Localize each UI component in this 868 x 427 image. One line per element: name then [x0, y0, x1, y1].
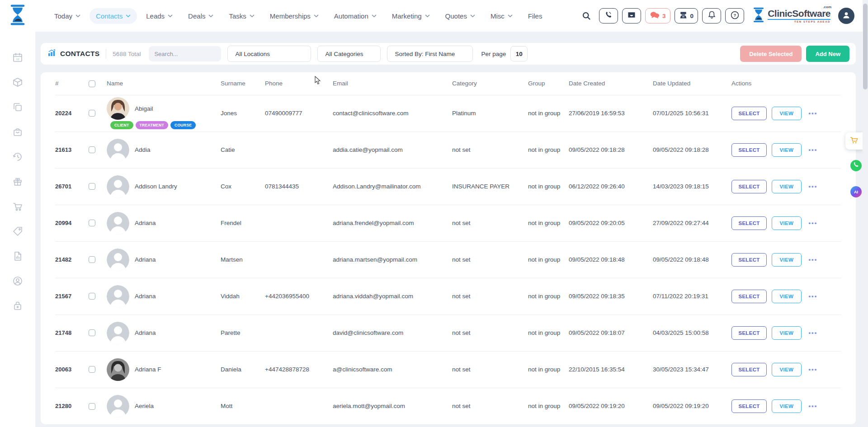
- nav-item-deals[interactable]: Deals: [182, 8, 220, 24]
- ai-assistant-button[interactable]: AI: [850, 186, 862, 197]
- row-checkbox[interactable]: [89, 110, 95, 117]
- more-actions-button[interactable]: •••: [809, 366, 818, 373]
- locations-filter[interactable]: All Locations: [227, 46, 311, 62]
- nav-item-tasks[interactable]: Tasks: [222, 8, 260, 24]
- bag-icon[interactable]: [12, 126, 24, 138]
- row-checkbox[interactable]: [89, 220, 95, 226]
- cart-icon[interactable]: [12, 201, 24, 212]
- contact-date-created: 09/05/2022 09:20:05: [569, 205, 653, 241]
- contact-name[interactable]: Adriana: [135, 329, 156, 336]
- user-menu-button[interactable]: [838, 8, 854, 24]
- nav-item-leads[interactable]: Leads: [140, 8, 179, 24]
- more-actions-button[interactable]: •••: [809, 403, 818, 409]
- pos-button[interactable]: 0: [675, 8, 698, 23]
- select-button[interactable]: SELECT: [731, 326, 767, 340]
- floating-cart-button[interactable]: [845, 132, 863, 150]
- notifications-button[interactable]: [702, 8, 721, 23]
- copy-icon[interactable]: [12, 101, 24, 113]
- nav-item-memberships[interactable]: Memberships: [264, 8, 325, 24]
- report-icon[interactable]: [12, 250, 24, 262]
- history-icon[interactable]: [12, 151, 24, 163]
- gift-icon[interactable]: [12, 176, 24, 188]
- more-actions-button[interactable]: •••: [809, 256, 818, 263]
- badge-treatment[interactable]: TREATMENT: [136, 121, 168, 129]
- package-icon[interactable]: [12, 76, 24, 88]
- select-button[interactable]: SELECT: [731, 253, 767, 267]
- view-button[interactable]: VIEW: [772, 326, 802, 340]
- more-actions-button[interactable]: •••: [809, 146, 818, 153]
- calendar-icon[interactable]: 12: [12, 52, 24, 63]
- per-page-value[interactable]: 10: [510, 46, 528, 61]
- select-button[interactable]: SELECT: [731, 143, 767, 157]
- contact-name[interactable]: Addison Landry: [135, 183, 177, 190]
- sidebar-logo[interactable]: [0, 5, 35, 27]
- view-button[interactable]: VIEW: [772, 363, 802, 376]
- select-button[interactable]: SELECT: [731, 363, 767, 376]
- row-checkbox[interactable]: [89, 403, 95, 410]
- phone-button[interactable]: [599, 8, 618, 23]
- row-checkbox[interactable]: [89, 256, 95, 263]
- help-button[interactable]: ?: [725, 8, 744, 23]
- nav-item-today[interactable]: Today: [48, 8, 87, 24]
- chevron-down-icon: [508, 14, 513, 18]
- search-icon[interactable]: [582, 11, 591, 21]
- select-button[interactable]: SELECT: [731, 399, 767, 413]
- contact-badges: CLIENTTREATMENTCOURSE: [110, 121, 221, 129]
- contact-name[interactable]: Abigail: [135, 105, 153, 112]
- sort-filter[interactable]: Sorted By: First Name: [387, 46, 473, 62]
- categories-filter[interactable]: All Categories: [317, 46, 381, 62]
- select-button[interactable]: SELECT: [731, 290, 767, 303]
- badge-client[interactable]: CLIENT: [110, 121, 133, 129]
- search-input[interactable]: [154, 51, 234, 57]
- tag-icon[interactable]: [12, 225, 24, 237]
- col-surname: Surname: [221, 72, 265, 95]
- contact-name[interactable]: Adriana: [135, 256, 156, 263]
- view-button[interactable]: VIEW: [772, 143, 802, 157]
- view-button[interactable]: VIEW: [772, 253, 802, 267]
- nav-item-marketing[interactable]: Marketing: [386, 8, 436, 24]
- clinicsoftware-logo[interactable]: ClinicSoftware .com TEN STEPS AHEAD: [753, 7, 830, 25]
- view-button[interactable]: VIEW: [772, 107, 802, 120]
- contact-name[interactable]: Addia: [135, 146, 151, 153]
- contact-name[interactable]: Adriana: [135, 220, 156, 226]
- whatsapp-button[interactable]: [850, 160, 862, 171]
- view-button[interactable]: VIEW: [772, 399, 802, 413]
- row-checkbox[interactable]: [89, 146, 95, 153]
- lock-icon[interactable]: [12, 300, 24, 312]
- more-actions-button[interactable]: •••: [809, 329, 818, 336]
- nav-item-contacts[interactable]: Contacts: [90, 8, 137, 24]
- more-actions-button[interactable]: •••: [809, 110, 818, 117]
- scrollbar-thumb[interactable]: [863, 4, 868, 89]
- row-checkbox[interactable]: [89, 183, 95, 190]
- select-button[interactable]: SELECT: [731, 180, 767, 193]
- row-checkbox[interactable]: [89, 293, 95, 300]
- more-actions-button[interactable]: •••: [809, 220, 818, 226]
- contact-name[interactable]: Adriana F: [135, 366, 161, 373]
- select-button[interactable]: SELECT: [731, 107, 767, 120]
- contact-id: 21748: [55, 329, 71, 336]
- contact-name[interactable]: Aeriela: [135, 403, 154, 409]
- add-new-button[interactable]: Add New: [806, 46, 849, 62]
- view-button[interactable]: VIEW: [772, 180, 802, 193]
- more-actions-button[interactable]: •••: [809, 293, 818, 300]
- nav-item-quotes[interactable]: Quotes: [439, 8, 481, 24]
- view-button[interactable]: VIEW: [772, 290, 802, 303]
- inbox-button[interactable]: [622, 8, 641, 23]
- support-icon[interactable]: [12, 275, 24, 287]
- nav-item-files[interactable]: Files: [522, 8, 549, 24]
- delete-selected-button[interactable]: Delete Selected: [740, 46, 802, 62]
- contact-name[interactable]: Adriana: [135, 293, 156, 300]
- select-button[interactable]: SELECT: [731, 216, 767, 230]
- contact-surname: Jones: [221, 95, 265, 131]
- scrollbar-track[interactable]: [863, 0, 868, 427]
- view-button[interactable]: VIEW: [772, 216, 802, 230]
- row-checkbox[interactable]: [89, 366, 95, 373]
- nav-item-automation[interactable]: Automation: [328, 8, 383, 24]
- col-date-created: Date Created: [569, 72, 653, 95]
- badge-course[interactable]: COURSE: [170, 121, 196, 129]
- select-all-checkbox[interactable]: [89, 80, 95, 87]
- nav-item-misc[interactable]: Misc: [484, 8, 519, 24]
- chat-button[interactable]: 3: [645, 8, 670, 23]
- more-actions-button[interactable]: •••: [809, 183, 818, 190]
- row-checkbox[interactable]: [89, 329, 95, 336]
